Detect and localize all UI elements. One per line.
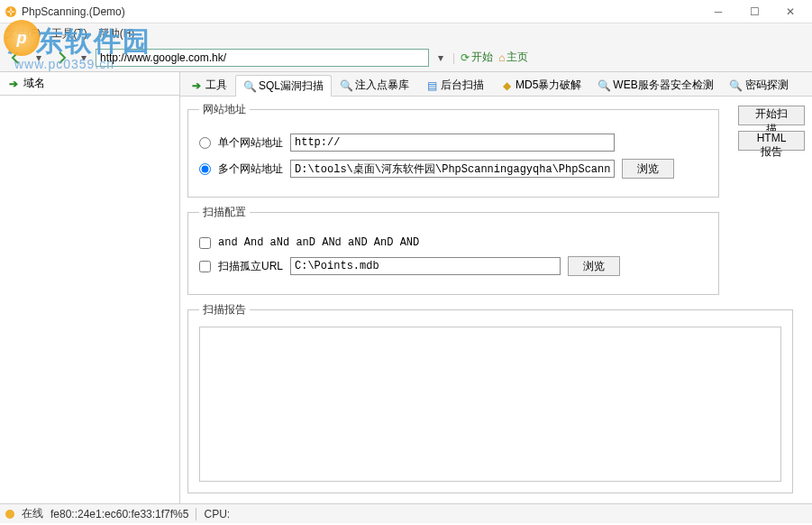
search-icon: 🔍 (598, 79, 610, 92)
search-icon: 🔍 (340, 79, 352, 92)
window-title: PhpScanning.(Demo) (22, 5, 700, 18)
tab-domain-label: 域名 (23, 76, 45, 91)
page-icon: ▤ (425, 79, 438, 92)
minimize-button[interactable]: ─ (700, 1, 736, 23)
scan-config-group: 扫描配置 and And aNd anD ANd aND AnD AND 扫描孤… (187, 205, 719, 295)
url-input[interactable] (96, 49, 429, 67)
nav-forward-button[interactable] (50, 47, 72, 69)
tab-backend-scan[interactable]: ▤后台扫描 (417, 74, 492, 96)
tab-tools[interactable]: ➔工具 (182, 74, 235, 96)
status-ip: fe80::24e1:ec60:fe33:1f7f%5 (50, 508, 188, 520)
home-icon: ⌂ (498, 51, 505, 64)
single-site-radio[interactable] (199, 137, 211, 149)
orphan-url-label: 扫描孤立URL (218, 259, 283, 274)
arrow-right-icon: ➔ (9, 78, 18, 90)
tab-inject-db[interactable]: 🔍注入点暴库 (332, 74, 417, 96)
start-scan-button[interactable]: 开始扫描 (738, 106, 805, 125)
menu-tools[interactable]: 工具(T) (51, 26, 87, 41)
box-icon: ◆ (500, 79, 513, 92)
scan-report-legend: 扫描报告 (199, 302, 250, 318)
menu-file[interactable]: 文件(F) (5, 26, 41, 41)
arrow-right-icon: ➔ (190, 79, 203, 92)
multi-site-input[interactable] (290, 160, 615, 178)
home-button[interactable]: ⌂ 主页 (498, 50, 528, 65)
status-cpu-label: CPU: (204, 508, 230, 520)
site-address-legend: 网站地址 (199, 102, 250, 117)
url-dropdown[interactable]: ▾ (434, 51, 447, 64)
orphan-url-checkbox[interactable] (199, 261, 211, 272)
maximize-button[interactable]: ☐ (736, 1, 772, 23)
search-icon: 🔍 (243, 80, 256, 93)
refresh-icon: ⟳ (461, 51, 470, 64)
state-row: State: TimeUsed: (187, 501, 805, 503)
and-variants-label: and And aNd anD ANd aND AnD AND (218, 236, 419, 249)
left-panel: ➔ 域名 (0, 72, 180, 503)
scan-config-legend: 扫描配置 (199, 205, 250, 220)
multi-site-browse-button[interactable]: 浏览 (622, 159, 674, 179)
tab-domain[interactable]: ➔ 域名 (0, 72, 179, 96)
start-button[interactable]: ⟳ 开始 (461, 50, 493, 65)
tab-sql-scan[interactable]: 🔍SQL漏洞扫描 (235, 75, 332, 97)
tab-pwd-probe[interactable]: 🔍密码探测 (722, 74, 797, 96)
domain-list[interactable] (0, 96, 179, 503)
status-dot-icon (5, 510, 14, 519)
state-label: State: (189, 502, 252, 503)
nav-back-dropdown[interactable]: ▾ (32, 51, 45, 64)
toolbar: ▾ ▾ ▾ | ⟳ 开始 ⌂ 主页 (0, 43, 812, 72)
and-variants-checkbox[interactable] (199, 237, 211, 249)
status-online: 在线 (22, 506, 43, 521)
titlebar: PhpScanning.(Demo) ─ ☐ ✕ (0, 0, 812, 23)
close-button[interactable]: ✕ (772, 1, 808, 23)
html-report-button[interactable]: HTML报告 (738, 131, 805, 151)
site-address-group: 网站地址 单个网站地址 多个网站地址 浏览 (187, 102, 719, 198)
menu-help[interactable]: 帮助(H) (98, 26, 135, 41)
scan-report-group: 扫描报告 (187, 302, 793, 493)
single-site-label: 单个网站地址 (218, 135, 283, 151)
multi-site-radio[interactable] (199, 163, 211, 175)
tab-md5-crack[interactable]: ◆MD5暴力破解 (492, 74, 589, 96)
search-icon: 🔍 (730, 79, 743, 92)
tab-web-server[interactable]: 🔍WEB服务器安全检测 (589, 74, 721, 96)
app-icon (4, 5, 18, 19)
content-area: 开始扫描 HTML报告 网站地址 单个网站地址 多个网站地址 浏览 扫描 (180, 97, 812, 503)
scan-report-output[interactable] (199, 327, 781, 482)
multi-site-label: 多个网站地址 (218, 161, 283, 177)
orphan-browse-button[interactable]: 浏览 (568, 256, 620, 276)
single-site-input[interactable] (290, 134, 615, 152)
nav-forward-dropdown[interactable]: ▾ (78, 51, 90, 64)
nav-back-button[interactable] (5, 47, 27, 69)
timeused-label: TimeUsed: (715, 502, 767, 503)
tabstrip: ➔工具 🔍SQL漏洞扫描 🔍注入点暴库 ▤后台扫描 ◆MD5暴力破解 🔍WEB服… (180, 72, 812, 97)
statusbar: 在线 fe80::24e1:ec60:fe33:1f7f%5 CPU: (0, 503, 812, 523)
menubar: 文件(F) 工具(T) 帮助(H) (0, 23, 812, 43)
orphan-url-input[interactable] (290, 257, 561, 275)
